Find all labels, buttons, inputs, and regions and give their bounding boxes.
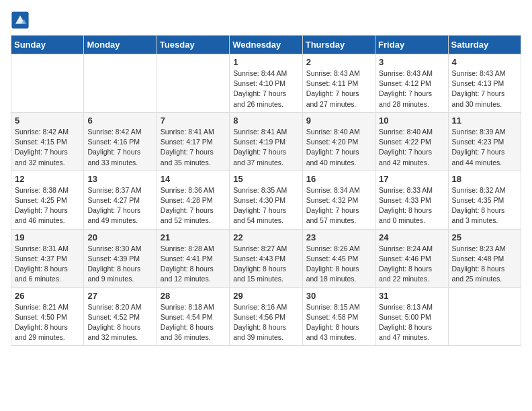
day-info: Sunrise: 8:18 AM Sunset: 4:54 PM Dayligh… (161, 302, 226, 343)
calendar-day-22: 22Sunrise: 8:27 AM Sunset: 4:43 PM Dayli… (230, 229, 302, 287)
day-info: Sunrise: 8:34 AM Sunset: 4:32 PM Dayligh… (306, 185, 371, 226)
calendar-day-8: 8Sunrise: 8:41 AM Sunset: 4:19 PM Daylig… (230, 112, 302, 171)
calendar-day-18: 18Sunrise: 8:32 AM Sunset: 4:35 PM Dayli… (448, 171, 521, 229)
calendar-day-26: 26Sunrise: 8:21 AM Sunset: 4:50 PM Dayli… (11, 287, 84, 346)
calendar-day-27: 27Sunrise: 8:20 AM Sunset: 4:52 PM Dayli… (84, 287, 157, 346)
day-info: Sunrise: 8:13 AM Sunset: 5:00 PM Dayligh… (379, 302, 444, 343)
calendar-day-16: 16Sunrise: 8:34 AM Sunset: 4:32 PM Dayli… (302, 171, 375, 229)
day-info: Sunrise: 8:33 AM Sunset: 4:33 PM Dayligh… (379, 185, 444, 226)
calendar-day-7: 7Sunrise: 8:41 AM Sunset: 4:17 PM Daylig… (157, 112, 229, 171)
logo (11, 11, 32, 30)
day-number: 19 (15, 232, 80, 242)
day-header-friday: Friday (375, 36, 448, 54)
day-number: 28 (161, 291, 226, 301)
day-number: 20 (87, 232, 152, 242)
calendar-day-25: 25Sunrise: 8:23 AM Sunset: 4:48 PM Dayli… (448, 229, 521, 287)
day-info: Sunrise: 8:42 AM Sunset: 4:15 PM Dayligh… (15, 127, 80, 168)
calendar-day-1: 1Sunrise: 8:44 AM Sunset: 4:10 PM Daylig… (230, 54, 302, 113)
calendar-day-31: 31Sunrise: 8:13 AM Sunset: 5:00 PM Dayli… (375, 287, 448, 346)
calendar-day-9: 9Sunrise: 8:40 AM Sunset: 4:20 PM Daylig… (302, 112, 375, 171)
day-number: 16 (306, 174, 371, 184)
day-number: 7 (161, 116, 226, 126)
day-info: Sunrise: 8:31 AM Sunset: 4:37 PM Dayligh… (15, 244, 80, 285)
day-info: Sunrise: 8:30 AM Sunset: 4:39 PM Dayligh… (87, 244, 152, 285)
day-number: 18 (452, 174, 517, 184)
calendar-day-3: 3Sunrise: 8:43 AM Sunset: 4:12 PM Daylig… (375, 54, 448, 113)
calendar-week-2: 12Sunrise: 8:38 AM Sunset: 4:25 PM Dayli… (11, 171, 521, 229)
day-info: Sunrise: 8:38 AM Sunset: 4:25 PM Dayligh… (15, 185, 80, 226)
day-number: 30 (306, 291, 371, 301)
day-header-saturday: Saturday (448, 36, 521, 54)
calendar-empty-cell (11, 54, 84, 113)
day-number: 13 (87, 174, 152, 184)
day-number: 3 (379, 57, 444, 67)
calendar-day-14: 14Sunrise: 8:36 AM Sunset: 4:28 PM Dayli… (157, 171, 229, 229)
day-number: 24 (379, 232, 444, 242)
calendar-day-4: 4Sunrise: 8:43 AM Sunset: 4:13 PM Daylig… (448, 54, 521, 113)
calendar: SundayMondayTuesdayWednesdayThursdayFrid… (11, 35, 521, 346)
day-number: 9 (306, 116, 371, 126)
day-number: 6 (87, 116, 152, 126)
calendar-week-3: 19Sunrise: 8:31 AM Sunset: 4:37 PM Dayli… (11, 229, 521, 287)
day-info: Sunrise: 8:21 AM Sunset: 4:50 PM Dayligh… (15, 302, 80, 343)
calendar-day-6: 6Sunrise: 8:42 AM Sunset: 4:16 PM Daylig… (84, 112, 157, 171)
day-info: Sunrise: 8:36 AM Sunset: 4:28 PM Dayligh… (161, 185, 226, 226)
calendar-week-0: 1Sunrise: 8:44 AM Sunset: 4:10 PM Daylig… (11, 54, 521, 113)
day-info: Sunrise: 8:15 AM Sunset: 4:58 PM Dayligh… (306, 302, 371, 343)
calendar-week-4: 26Sunrise: 8:21 AM Sunset: 4:50 PM Dayli… (11, 287, 521, 346)
day-number: 22 (233, 232, 298, 242)
day-header-thursday: Thursday (302, 36, 375, 54)
day-info: Sunrise: 8:40 AM Sunset: 4:22 PM Dayligh… (379, 127, 444, 168)
calendar-day-29: 29Sunrise: 8:16 AM Sunset: 4:56 PM Dayli… (230, 287, 302, 346)
day-info: Sunrise: 8:43 AM Sunset: 4:12 PM Dayligh… (379, 68, 444, 109)
calendar-header-row: SundayMondayTuesdayWednesdayThursdayFrid… (11, 36, 521, 54)
day-number: 26 (15, 291, 80, 301)
calendar-day-15: 15Sunrise: 8:35 AM Sunset: 4:30 PM Dayli… (230, 171, 302, 229)
day-number: 1 (233, 57, 298, 67)
day-header-wednesday: Wednesday (230, 36, 302, 54)
calendar-day-19: 19Sunrise: 8:31 AM Sunset: 4:37 PM Dayli… (11, 229, 84, 287)
calendar-day-11: 11Sunrise: 8:39 AM Sunset: 4:23 PM Dayli… (448, 112, 521, 171)
calendar-day-30: 30Sunrise: 8:15 AM Sunset: 4:58 PM Dayli… (302, 287, 375, 346)
day-number: 14 (161, 174, 226, 184)
calendar-day-5: 5Sunrise: 8:42 AM Sunset: 4:15 PM Daylig… (11, 112, 84, 171)
day-info: Sunrise: 8:43 AM Sunset: 4:13 PM Dayligh… (452, 68, 517, 109)
day-header-sunday: Sunday (11, 36, 84, 54)
day-number: 29 (233, 291, 298, 301)
day-info: Sunrise: 8:41 AM Sunset: 4:17 PM Dayligh… (161, 127, 226, 168)
day-info: Sunrise: 8:32 AM Sunset: 4:35 PM Dayligh… (452, 185, 517, 226)
day-number: 27 (87, 291, 152, 301)
day-number: 31 (379, 291, 444, 301)
day-info: Sunrise: 8:35 AM Sunset: 4:30 PM Dayligh… (233, 185, 298, 226)
day-number: 12 (15, 174, 80, 184)
day-info: Sunrise: 8:41 AM Sunset: 4:19 PM Dayligh… (233, 127, 298, 168)
day-info: Sunrise: 8:16 AM Sunset: 4:56 PM Dayligh… (233, 302, 298, 343)
day-info: Sunrise: 8:20 AM Sunset: 4:52 PM Dayligh… (87, 302, 152, 343)
calendar-day-2: 2Sunrise: 8:43 AM Sunset: 4:11 PM Daylig… (302, 54, 375, 113)
calendar-day-17: 17Sunrise: 8:33 AM Sunset: 4:33 PM Dayli… (375, 171, 448, 229)
day-number: 10 (379, 116, 444, 126)
day-number: 15 (233, 174, 298, 184)
day-number: 23 (306, 232, 371, 242)
calendar-day-10: 10Sunrise: 8:40 AM Sunset: 4:22 PM Dayli… (375, 112, 448, 171)
calendar-empty-cell (448, 287, 521, 346)
calendar-day-21: 21Sunrise: 8:28 AM Sunset: 4:41 PM Dayli… (157, 229, 229, 287)
calendar-empty-cell (84, 54, 157, 113)
calendar-day-28: 28Sunrise: 8:18 AM Sunset: 4:54 PM Dayli… (157, 287, 229, 346)
day-info: Sunrise: 8:42 AM Sunset: 4:16 PM Dayligh… (87, 127, 152, 168)
day-info: Sunrise: 8:23 AM Sunset: 4:48 PM Dayligh… (452, 244, 517, 285)
calendar-day-13: 13Sunrise: 8:37 AM Sunset: 4:27 PM Dayli… (84, 171, 157, 229)
calendar-day-12: 12Sunrise: 8:38 AM Sunset: 4:25 PM Dayli… (11, 171, 84, 229)
day-info: Sunrise: 8:24 AM Sunset: 4:46 PM Dayligh… (379, 244, 444, 285)
day-info: Sunrise: 8:44 AM Sunset: 4:10 PM Dayligh… (233, 68, 298, 109)
calendar-week-1: 5Sunrise: 8:42 AM Sunset: 4:15 PM Daylig… (11, 112, 521, 171)
day-info: Sunrise: 8:39 AM Sunset: 4:23 PM Dayligh… (452, 127, 517, 168)
day-info: Sunrise: 8:27 AM Sunset: 4:43 PM Dayligh… (233, 244, 298, 285)
calendar-day-20: 20Sunrise: 8:30 AM Sunset: 4:39 PM Dayli… (84, 229, 157, 287)
day-info: Sunrise: 8:28 AM Sunset: 4:41 PM Dayligh… (161, 244, 226, 285)
day-info: Sunrise: 8:43 AM Sunset: 4:11 PM Dayligh… (306, 68, 371, 109)
day-number: 8 (233, 116, 298, 126)
day-number: 11 (452, 116, 517, 126)
day-info: Sunrise: 8:26 AM Sunset: 4:45 PM Dayligh… (306, 244, 371, 285)
day-number: 4 (452, 57, 517, 67)
